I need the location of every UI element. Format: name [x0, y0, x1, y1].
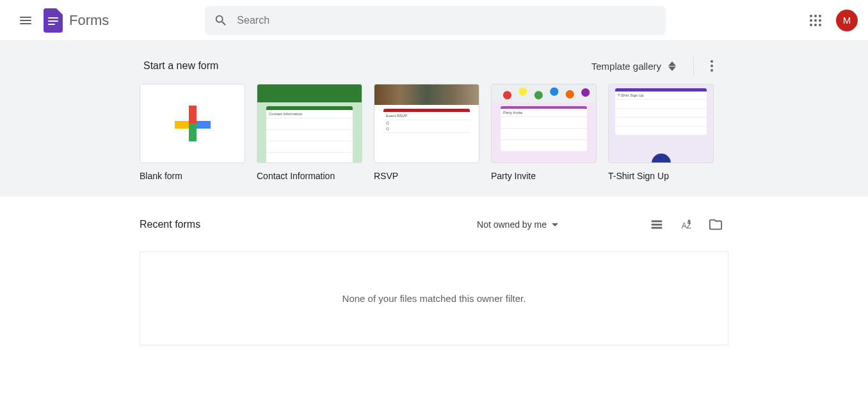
- sort-button[interactable]: AZ: [673, 212, 699, 237]
- apps-grid-icon: [810, 15, 821, 26]
- template-contact-information[interactable]: Contact Information Contact Information: [257, 84, 362, 181]
- templates-section-title: Start a new form: [143, 60, 218, 72]
- party-thumbnail: Party Invite: [491, 84, 597, 163]
- folder-icon: [709, 218, 723, 232]
- more-vert-icon: [711, 60, 713, 72]
- owner-filter-dropdown[interactable]: Not owned by me: [472, 216, 563, 234]
- templates-section: Start a new form Template gallery: [0, 40, 868, 196]
- contact-thumbnail: Contact Information: [257, 84, 362, 163]
- template-gallery-label: Template gallery: [591, 61, 661, 72]
- empty-state-message: None of your files matched this owner fi…: [140, 251, 728, 345]
- template-label: Party Invite: [491, 171, 597, 181]
- svg-text:AZ: AZ: [682, 221, 691, 230]
- search-icon: [214, 13, 228, 28]
- template-tshirt-signup[interactable]: T-Shirt Sign Up T-Shirt Sign Up: [608, 84, 714, 181]
- template-rsvp[interactable]: Event RSVP RSVP: [374, 84, 479, 181]
- divider: [693, 57, 694, 75]
- sort-az-icon: AZ: [679, 218, 693, 232]
- forms-logo[interactable]: [44, 8, 63, 33]
- template-label: Blank form: [140, 171, 245, 181]
- recent-section-title: Recent forms: [140, 219, 200, 230]
- list-view-button[interactable]: [644, 212, 670, 237]
- template-label: RSVP: [374, 171, 479, 181]
- template-cards: Blank form Contact Information Contact I…: [140, 84, 728, 181]
- template-gallery-button[interactable]: Template gallery: [585, 56, 683, 75]
- templates-more-button[interactable]: [699, 53, 725, 79]
- search-input[interactable]: [237, 15, 657, 26]
- template-label: T-Shirt Sign Up: [608, 171, 714, 181]
- owner-filter-label: Not owned by me: [477, 219, 547, 230]
- recent-section: Recent forms Not owned by me AZ None of …: [0, 196, 868, 345]
- account-avatar[interactable]: M: [836, 10, 858, 31]
- template-blank-form[interactable]: Blank form: [140, 84, 245, 181]
- list-view-icon: [650, 218, 664, 232]
- template-label: Contact Information: [257, 171, 362, 181]
- search-bar[interactable]: [205, 6, 666, 35]
- plus-icon: [175, 106, 211, 141]
- app-header: Forms M: [0, 0, 868, 40]
- rsvp-thumbnail: Event RSVP: [374, 84, 479, 163]
- template-party-invite[interactable]: Party Invite Party Invite: [491, 84, 597, 181]
- main-menu-button[interactable]: [10, 5, 41, 36]
- tshirt-thumbnail: T-Shirt Sign Up: [608, 84, 714, 163]
- open-file-picker-button[interactable]: [703, 212, 728, 237]
- blank-form-thumbnail: [140, 84, 245, 163]
- product-name: Forms: [69, 12, 109, 29]
- unfold-icon: [668, 60, 677, 72]
- hamburger-icon: [20, 17, 31, 24]
- google-apps-button[interactable]: [803, 8, 828, 33]
- dropdown-arrow-icon: [552, 223, 558, 226]
